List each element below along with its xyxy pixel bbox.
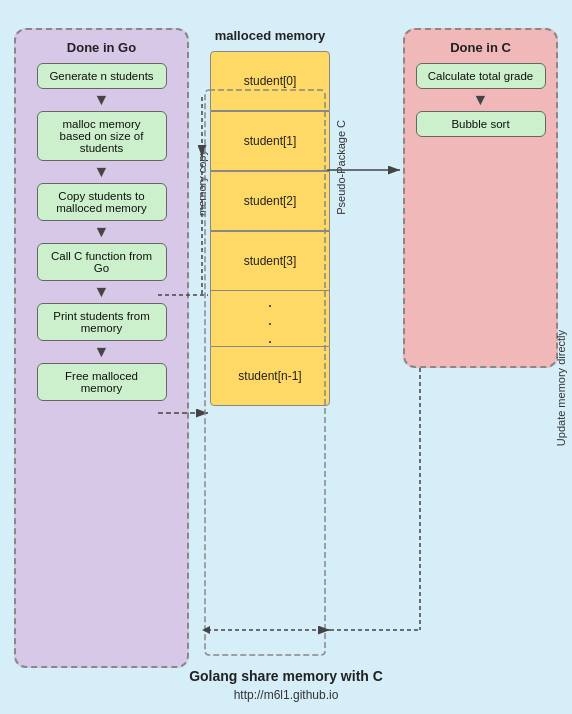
arrow-4: ▼ <box>26 341 177 363</box>
memory-block-3: student[3] <box>210 231 330 291</box>
arrow-3: ▼ <box>26 281 177 303</box>
go-box-3: Call C function from Go <box>37 243 167 281</box>
malloced-title: malloced memory <box>210 28 330 43</box>
main-container: Done in Go Generate n students ▼ malloc … <box>0 0 572 714</box>
go-box-0: Generate n students <box>37 63 167 89</box>
label-update-memory: Update memory directly <box>555 330 567 446</box>
memory-block-0: student[0] <box>210 51 330 111</box>
label-memory-copy: memory copy <box>196 150 208 216</box>
done-in-c-title: Done in C <box>415 40 546 55</box>
arrow-2: ▼ <box>26 221 177 243</box>
go-box-2: Copy students to malloced memory <box>37 183 167 221</box>
c-arrow-0: ▼ <box>415 89 546 111</box>
memory-block-n: student[n-1] <box>210 346 330 406</box>
done-in-c-section: Done in C Calculate total grade ▼ Bubble… <box>403 28 558 368</box>
memory-block-1: student[1] <box>210 111 330 171</box>
done-in-go-title: Done in Go <box>26 40 177 55</box>
footer-title: Golang share memory with C <box>0 668 572 684</box>
arrow-0: ▼ <box>26 89 177 111</box>
done-in-go-section: Done in Go Generate n students ▼ malloc … <box>14 28 189 668</box>
label-pseudo-package-c: Pseudo-Package C <box>335 120 347 215</box>
go-box-1: malloc memory based on size of students <box>37 111 167 161</box>
go-box-5: Free malloced memory <box>37 363 167 401</box>
memory-block-2: student[2] <box>210 171 330 231</box>
footer-url: http://m6l1.github.io <box>0 688 572 702</box>
arrow-1: ▼ <box>26 161 177 183</box>
go-box-4: Print students from memory <box>37 303 167 341</box>
c-box-1: Bubble sort <box>416 111 546 137</box>
c-box-0: Calculate total grade <box>416 63 546 89</box>
svg-marker-11 <box>202 626 210 634</box>
malloced-memory-section: malloced memory student[0] student[1] st… <box>210 28 330 406</box>
memory-dots: ... <box>210 291 330 346</box>
